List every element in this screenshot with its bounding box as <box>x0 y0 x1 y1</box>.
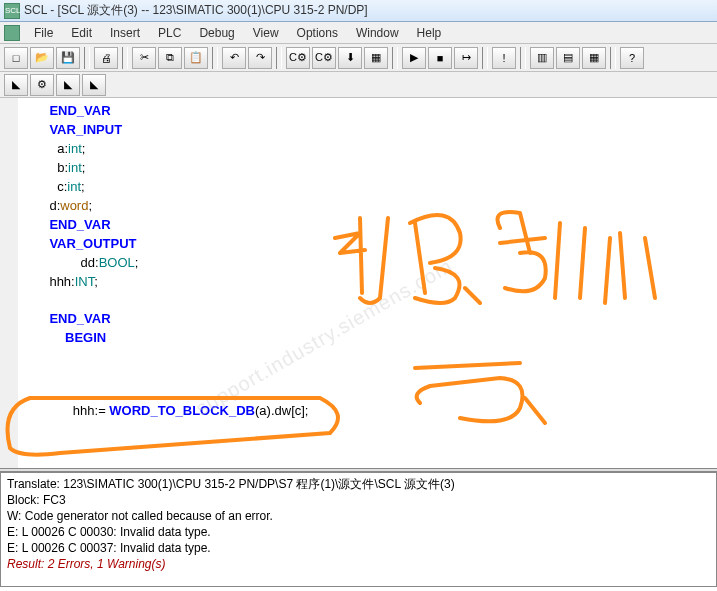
bookmark4-button[interactable]: ◣ <box>82 74 106 96</box>
save-button[interactable]: 💾 <box>56 47 80 69</box>
block-button[interactable]: ▦ <box>364 47 388 69</box>
menu-plc[interactable]: PLC <box>150 24 189 42</box>
editor-area: END_VAR VAR_INPUT a:int; b:int; c:int; d… <box>0 98 717 468</box>
help-button[interactable]: ? <box>620 47 644 69</box>
output-content: Translate: 123\SIMATIC 300(1)\CPU 315-2 … <box>7 477 710 573</box>
separator-icon <box>212 47 218 69</box>
undo-button[interactable]: ↶ <box>222 47 246 69</box>
menu-file[interactable]: File <box>26 24 61 42</box>
window3-button[interactable]: ▦ <box>582 47 606 69</box>
goto-button[interactable]: ! <box>492 47 516 69</box>
new-button[interactable]: □ <box>4 47 28 69</box>
open-button[interactable]: 📂 <box>30 47 54 69</box>
menu-help[interactable]: Help <box>409 24 450 42</box>
menu-debug[interactable]: Debug <box>191 24 242 42</box>
bookmark2-button[interactable]: ⚙ <box>30 74 54 96</box>
code-content: END_VAR VAR_INPUT a:int; b:int; c:int; d… <box>26 102 709 421</box>
menu-options[interactable]: Options <box>289 24 346 42</box>
compile-all-button[interactable]: C⚙ <box>312 47 336 69</box>
menu-bar: File Edit Insert PLC Debug View Options … <box>0 22 717 44</box>
output-line: W: Code generator not called because of … <box>7 509 273 523</box>
separator-icon <box>482 47 488 69</box>
output-line: Translate: 123\SIMATIC 300(1)\CPU 315-2 … <box>7 477 455 491</box>
separator-icon <box>84 47 90 69</box>
debug-toolbar: ◣ ⚙ ◣ ◣ <box>0 72 717 98</box>
menu-edit[interactable]: Edit <box>63 24 100 42</box>
step-button[interactable]: ↦ <box>454 47 478 69</box>
output-panel[interactable]: Translate: 123\SIMATIC 300(1)\CPU 315-2 … <box>0 472 717 587</box>
code-editor[interactable]: END_VAR VAR_INPUT a:int; b:int; c:int; d… <box>0 98 717 468</box>
menu-view[interactable]: View <box>245 24 287 42</box>
output-result: Result: 2 Errors, 1 Warning(s) <box>7 557 166 571</box>
cut-button[interactable]: ✂ <box>132 47 156 69</box>
bookmark3-button[interactable]: ◣ <box>56 74 80 96</box>
separator-icon <box>122 47 128 69</box>
separator-icon <box>610 47 616 69</box>
separator-icon <box>276 47 282 69</box>
separator-icon <box>520 47 526 69</box>
menu-insert[interactable]: Insert <box>102 24 148 42</box>
separator-icon <box>392 47 398 69</box>
window-title: SCL - [SCL 源文件(3) -- 123\SIMATIC 300(1)\… <box>24 2 368 19</box>
stop-button[interactable]: ■ <box>428 47 452 69</box>
bookmark1-button[interactable]: ◣ <box>4 74 28 96</box>
app-icon: SCL <box>4 3 20 19</box>
output-line: E: L 00026 C 00037: Invalid data type. <box>7 541 211 555</box>
redo-button[interactable]: ↷ <box>248 47 272 69</box>
copy-button[interactable]: ⧉ <box>158 47 182 69</box>
download-button[interactable]: ⬇ <box>338 47 362 69</box>
paste-button[interactable]: 📋 <box>184 47 208 69</box>
print-button[interactable]: 🖨 <box>94 47 118 69</box>
window2-button[interactable]: ▤ <box>556 47 580 69</box>
output-line: E: L 00026 C 00030: Invalid data type. <box>7 525 211 539</box>
window1-button[interactable]: ▥ <box>530 47 554 69</box>
output-line: Block: FC3 <box>7 493 66 507</box>
title-bar: SCL SCL - [SCL 源文件(3) -- 123\SIMATIC 300… <box>0 0 717 22</box>
menu-window[interactable]: Window <box>348 24 407 42</box>
main-toolbar: □ 📂 💾 🖨 ✂ ⧉ 📋 ↶ ↷ C⚙ C⚙ ⬇ ▦ ▶ ■ ↦ ! ▥ ▤ … <box>0 44 717 72</box>
menu-icon <box>4 25 20 41</box>
run-button[interactable]: ▶ <box>402 47 426 69</box>
compile-button[interactable]: C⚙ <box>286 47 310 69</box>
